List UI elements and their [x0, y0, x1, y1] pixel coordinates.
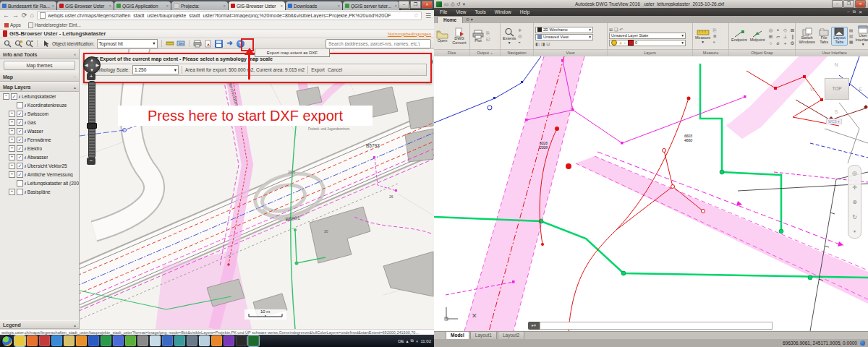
copy-icon[interactable]: ⎘ [712, 28, 716, 33]
layer-isolate-icon[interactable]: ❏ [614, 27, 618, 32]
trueview-logo-icon[interactable] [436, 1, 442, 7]
browser-tab[interactable]: Projecta:× [171, 1, 228, 10]
pan-arrow-icon[interactable]: ➜ [226, 39, 234, 48]
plot-button[interactable]: Plot [472, 30, 485, 43]
pan-right-icon[interactable]: ▶ [95, 63, 99, 67]
wcs-menu[interactable]: WCS ▾ [826, 119, 842, 124]
taskbar-icon-gray-app[interactable] [137, 335, 148, 346]
browser-tab-active[interactable]: GIS-Browser Uster× [229, 1, 285, 10]
pan-up-icon[interactable]: ▲ [90, 58, 94, 62]
search-input[interactable] [326, 39, 431, 48]
mdi-restore-icon[interactable]: ⧉ [853, 9, 856, 14]
info-icon[interactable]: i [25, 146, 26, 151]
taskbar-icon-quicktime[interactable] [224, 335, 234, 346]
id-point-icon[interactable]: ⌖ [712, 40, 716, 45]
snap-quadrant-icon[interactable]: ◇ [782, 27, 789, 33]
print-icon[interactable] [193, 39, 202, 48]
start-button-icon[interactable] [1, 335, 13, 347]
ribbon-tab-home[interactable]: Home [437, 16, 463, 23]
back-icon[interactable]: ← [3, 11, 9, 20]
info-tools-header[interactable]: Info and Tools« [0, 49, 79, 59]
close-button[interactable]: × [855, 0, 866, 8]
expander-icon[interactable]: + [9, 189, 15, 195]
zoom-out-button[interactable]: − [87, 158, 95, 165]
cad-canvas[interactable]: 6026 2008 6603 4660 N W TOP E S WCS ▾ ◎ … [434, 56, 868, 331]
layer-row[interactable]: +✓iSwisscom [0, 109, 79, 118]
zoom-tool-icon[interactable] [3, 39, 12, 48]
measure-button[interactable]: Measure▾ [694, 28, 711, 45]
volume-icon[interactable]: ◖ [416, 339, 419, 343]
taskbar-icon-dark-app[interactable] [236, 335, 247, 346]
info-icon[interactable]: i [25, 189, 26, 194]
orbit-icon[interactable]: ◎ [518, 34, 522, 39]
taskbar-icon-teal-app[interactable] [174, 335, 185, 346]
layer-row[interactable]: +✓iAbwasser [0, 153, 79, 161]
browser-tab[interactable]: QGIS Application× [114, 1, 171, 10]
layer-row[interactable]: iKoordinatenkreuze [0, 100, 79, 109]
export-button[interactable]: Export [311, 67, 325, 72]
menu-file[interactable]: File [440, 9, 447, 14]
taskbar-icon-orange-arrow-app[interactable] [211, 335, 222, 346]
info-icon[interactable]: i [25, 181, 26, 186]
taskbar-icon-image-app[interactable] [199, 335, 210, 346]
info-icon[interactable]: i [25, 111, 26, 116]
stack-icon-3[interactable]: ▦ [849, 40, 854, 45]
taskbar-icon-chrome[interactable] [14, 335, 25, 346]
language-indicator[interactable]: DE [398, 339, 404, 343]
viewcube-south[interactable]: S [809, 109, 864, 114]
bookmark-item[interactable]: Handelsregister Eint... [28, 22, 81, 28]
taskbar-icon-internet-explorer[interactable] [51, 335, 62, 346]
command-tools-icon[interactable]: ▸▾ [528, 322, 540, 330]
open-icon[interactable]: ▭ [444, 1, 448, 7]
minimize-button[interactable]: – [399, 1, 409, 9]
ribbon-options-icon[interactable]: ⊙ ▾ [466, 16, 473, 23]
layer-state-select[interactable]: Unsaved Layer State▾ [609, 33, 686, 39]
layer-prev-icon[interactable]: ↶ [619, 27, 623, 32]
tab-close-icon[interactable]: × [280, 4, 283, 8]
expander-icon[interactable]: + [9, 171, 15, 178]
close-button[interactable]: × [422, 1, 433, 9]
layer-checkbox[interactable]: ✓ [11, 93, 17, 100]
zoom-slider-handle[interactable] [87, 123, 97, 129]
layer-checkbox[interactable] [17, 189, 23, 195]
home-icon[interactable]: ⌂ [30, 11, 34, 20]
status-indicator-icon[interactable] [860, 340, 865, 346]
viewcube-north[interactable]: N [809, 62, 864, 67]
tab-layout2[interactable]: Layout2 [498, 331, 524, 339]
map-layers-header[interactable]: Map Layers▴ [0, 82, 79, 92]
export-pdf-icon[interactable] [204, 39, 213, 48]
taskbar-icon-photo-viewer[interactable] [150, 335, 161, 346]
mdi-minimize-icon[interactable]: ‒ [847, 9, 849, 14]
export-dxf-icon[interactable] [215, 39, 224, 48]
view-cube[interactable]: N W TOP E S WCS ▾ [809, 62, 864, 124]
stack-icon-2[interactable]: ▥ [849, 34, 854, 39]
pan-icon[interactable]: ✛ [518, 28, 522, 33]
zoom-icon[interactable]: ⊕ [852, 199, 857, 205]
browser-tab[interactable]: Downloads× [286, 1, 342, 10]
restore-button[interactable]: ❐ [410, 1, 421, 9]
url-box[interactable]: webgis.uster.ch/maps/liegenschaften_stad… [37, 11, 422, 20]
expander-icon[interactable]: + [9, 111, 15, 117]
identify-tool-icon[interactable] [41, 39, 50, 48]
zoom-extents-button[interactable]: Extents▾ [502, 27, 516, 46]
taskbar-icon-usb[interactable] [113, 335, 124, 346]
bookmark-star-icon[interactable]: ☆ [414, 12, 419, 19]
layer-checkbox[interactable]: ✓ [17, 128, 23, 134]
full-nav-wheel-icon[interactable]: ◎ [852, 170, 857, 176]
command-input[interactable] [540, 322, 773, 330]
viewport-icon[interactable]: ◧ [535, 41, 540, 46]
tab-layout1[interactable]: Layout1 [470, 331, 497, 339]
cancel-button[interactable]: Cancel [328, 67, 342, 72]
expander-icon[interactable]: − [3, 93, 9, 100]
taskbar-icon-excel[interactable] [101, 335, 111, 346]
layer-row[interactable]: iLeitungskataster alt (2001) [0, 179, 79, 187]
tab-close-icon[interactable]: × [51, 4, 54, 8]
measure-length-icon[interactable] [166, 39, 174, 48]
map-canvas[interactable]: B6801 B5793 Freizeit- und Jugendzentrum … [80, 49, 434, 329]
preview-icon[interactable]: ◱ [486, 37, 490, 42]
zoom-out-tool-icon[interactable] [25, 39, 33, 48]
steering-wheel-icon[interactable]: ◒ [518, 40, 522, 45]
object-identification-select[interactable]: Topmost hit▾ [97, 39, 158, 48]
named-views-icon[interactable]: ◨ [541, 41, 545, 46]
info-icon[interactable]: i [25, 163, 26, 168]
